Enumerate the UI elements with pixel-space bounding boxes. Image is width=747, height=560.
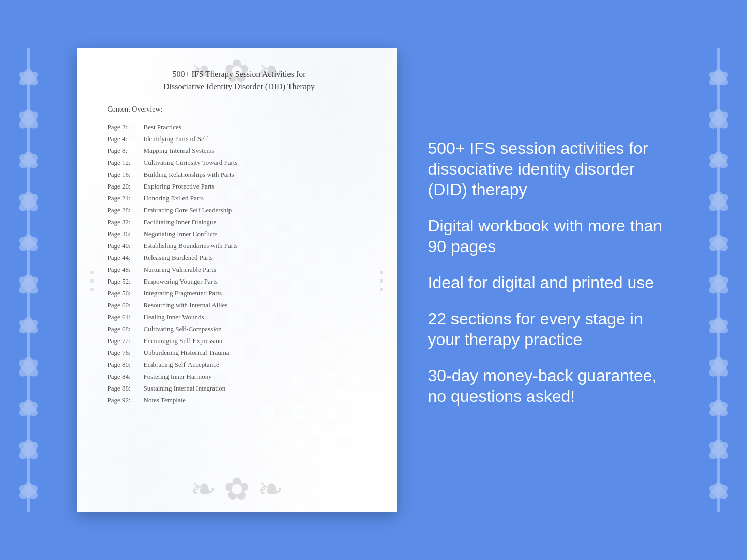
toc-page-title: Resourcing with Internal Allies — [144, 301, 228, 309]
toc-item: Page 8:Mapping Internal Systems — [108, 145, 371, 157]
toc-page-num: Page 44: — [108, 254, 144, 262]
floral-decoration-left — [0, 0, 57, 560]
toc-item: Page 16:Building Relationships with Part… — [108, 168, 371, 180]
toc-page-title: Mapping Internal Systems — [144, 147, 215, 155]
svg-point-55 — [714, 317, 723, 325]
right-panel-point-text: Digital workbook with more than 90 pages — [428, 215, 666, 257]
toc-page-num: Page 12: — [108, 159, 144, 167]
floral-decoration-right — [690, 0, 747, 560]
toc-page-num: Page 76: — [108, 349, 144, 357]
toc-page-num: Page 56: — [108, 289, 144, 298]
toc-page-num: Page 84: — [108, 372, 144, 381]
toc-page-title: Identifying Parts of Self — [144, 135, 208, 143]
book-panel: ❧ ✿ ❧ ❧ ✿ ❧ ⋮ ⋮ 500+ IFS Therapy Session… — [77, 48, 397, 512]
svg-point-21 — [24, 317, 33, 325]
toc-page-title: Fostering Inner Harmony — [144, 372, 212, 381]
right-panel-point: Ideal for digital and printed use — [428, 272, 666, 293]
toc-page-title: Integrating Fragmented Parts — [144, 289, 222, 298]
right-panel-point-text: 500+ IFS session activities for dissocia… — [428, 138, 666, 200]
toc-item: Page 56:Integrating Fragmented Parts — [108, 287, 371, 299]
svg-point-49 — [714, 235, 723, 243]
toc-page-title: Exploring Protective Parts — [144, 182, 215, 191]
svg-point-64 — [714, 440, 723, 449]
toc-page-num: Page 32: — [108, 218, 144, 226]
toc-page-num: Page 80: — [108, 361, 144, 369]
svg-point-24 — [24, 357, 33, 366]
svg-point-52 — [714, 274, 723, 284]
toc-item: Page 4:Identifying Parts of Self — [108, 133, 371, 145]
book-watermark-top: ❧ ✿ ❧ — [190, 53, 283, 89]
toc-page-num: Page 8: — [108, 147, 144, 155]
toc-page-num: Page 20: — [108, 182, 144, 191]
svg-point-40 — [714, 109, 723, 118]
toc-item: Page 60:Resourcing with Internal Allies — [108, 299, 371, 311]
toc-item: Page 72:Encouraging Self-Expression — [108, 335, 371, 347]
svg-point-37 — [714, 69, 723, 77]
toc-page-title: Cultivating Self-Compassion — [144, 325, 222, 333]
svg-point-46 — [714, 192, 723, 201]
toc-page-title: Releasing Burdened Parts — [144, 254, 213, 262]
toc-item: Page 36:Negotiating Inner Conflicts — [108, 228, 371, 240]
toc-page-num: Page 16: — [108, 170, 144, 179]
svg-point-15 — [24, 235, 33, 243]
svg-point-27 — [24, 400, 33, 408]
toc-item: Page 64:Healing Inner Wounds — [108, 311, 371, 323]
svg-point-9 — [24, 152, 33, 160]
svg-point-30 — [24, 440, 33, 449]
book-watermark-left: ⋮ — [79, 265, 105, 295]
toc-page-title: Nurturing Vulnerable Parts — [144, 266, 217, 274]
toc-page-num: Page 48: — [108, 266, 144, 274]
right-panel-point: 22 sections for every stage in your ther… — [428, 308, 666, 350]
toc-page-title: Establishing Boundaries with Parts — [144, 242, 238, 250]
svg-point-33 — [24, 483, 33, 491]
toc-page-title: Unburdening Historical Trauma — [144, 349, 230, 357]
book-watermark-right: ⋮ — [369, 265, 394, 295]
toc-page-title: Facilitating Inner Dialogue — [144, 218, 217, 226]
toc-page-num: Page 40: — [108, 242, 144, 250]
toc-page-num: Page 52: — [108, 277, 144, 286]
svg-point-3 — [24, 69, 33, 77]
right-panel-point-text: 30-day money-back guarantee, no question… — [428, 365, 666, 407]
toc-item: Page 48:Nurturing Vulnerable Parts — [108, 263, 371, 275]
toc-item: Page 52:Empowering Younger Parts — [108, 275, 371, 287]
toc-page-num: Page 24: — [108, 194, 144, 203]
content-overview-label: Content Overview: — [108, 105, 371, 114]
svg-point-67 — [714, 483, 723, 491]
toc-item: Page 76:Unburdening Historical Trauma — [108, 347, 371, 359]
toc-page-title: Notes Template — [144, 396, 186, 405]
svg-point-18 — [24, 274, 33, 284]
toc-page-title: Cultivating Curiosity Toward Parts — [144, 159, 238, 167]
toc-page-title: Best Practices — [144, 123, 181, 131]
svg-point-58 — [714, 357, 723, 366]
toc-page-num: Page 28: — [108, 206, 144, 214]
main-content: ❧ ✿ ❧ ❧ ✿ ❧ ⋮ ⋮ 500+ IFS Therapy Session… — [57, 0, 690, 560]
svg-point-61 — [714, 400, 723, 408]
toc-page-num: Page 72: — [108, 337, 144, 345]
toc-page-title: Sustaining Internal Integration — [144, 384, 226, 393]
toc-page-title: Embracing Core Self Leadership — [144, 206, 232, 214]
toc-item: Page 88:Sustaining Internal Integration — [108, 382, 371, 394]
toc-item: Page 28:Embracing Core Self Leadership — [108, 204, 371, 216]
toc-page-title: Encouraging Self-Expression — [144, 337, 223, 345]
toc-page-num: Page 36: — [108, 230, 144, 238]
toc-page-title: Healing Inner Wounds — [144, 313, 204, 321]
toc-page-num: Page 68: — [108, 325, 144, 333]
toc-page-num: Page 60: — [108, 301, 144, 309]
book-watermark-bottom: ❧ ✿ ❧ — [190, 471, 283, 507]
toc-item: Page 24:Honoring Exiled Parts — [108, 192, 371, 204]
svg-point-43 — [714, 152, 723, 160]
toc-page-title: Embracing Self-Acceptance — [144, 361, 219, 369]
toc-item: Page 68:Cultivating Self-Compassion — [108, 323, 371, 335]
toc-item: Page 32:Facilitating Inner Dialogue — [108, 216, 371, 228]
svg-point-12 — [24, 192, 33, 201]
right-panel-point: Digital workbook with more than 90 pages — [428, 215, 666, 257]
toc-item: Page 44:Releasing Burdened Parts — [108, 252, 371, 263]
svg-point-6 — [24, 109, 33, 118]
toc-item: Page 20:Exploring Protective Parts — [108, 180, 371, 192]
toc-item: Page 12:Cultivating Curiosity Toward Par… — [108, 157, 371, 168]
toc-page-num: Page 4: — [108, 135, 144, 143]
toc-page-title: Empowering Younger Parts — [144, 277, 218, 286]
toc-item: Page 40:Establishing Boundaries with Par… — [108, 240, 371, 252]
toc-item: Page 84:Fostering Inner Harmony — [108, 370, 371, 382]
toc-page-num: Page 88: — [108, 384, 144, 393]
